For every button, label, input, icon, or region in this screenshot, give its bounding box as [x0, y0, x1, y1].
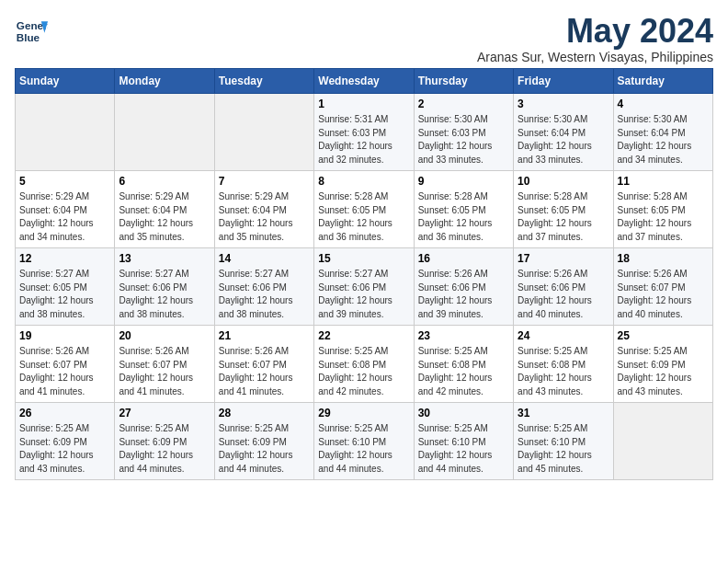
calendar-cell: 7Sunrise: 5:29 AMSunset: 6:04 PMDaylight…: [214, 171, 313, 248]
weekday-header-tuesday: Tuesday: [214, 69, 313, 94]
day-info: Sunrise: 5:28 AMSunset: 6:05 PMDaylight:…: [318, 190, 409, 244]
day-number: 19: [19, 329, 110, 342]
day-info: Sunrise: 5:25 AMSunset: 6:08 PMDaylight:…: [418, 345, 509, 398]
week-row-5: 26Sunrise: 5:25 AMSunset: 6:09 PMDayligh…: [16, 403, 713, 480]
day-info: Sunrise: 5:27 AMSunset: 6:06 PMDaylight:…: [318, 268, 409, 321]
calendar-header: SundayMondayTuesdayWednesdayThursdayFrid…: [16, 69, 713, 94]
day-info: Sunrise: 5:26 AMSunset: 6:06 PMDaylight:…: [418, 268, 509, 321]
day-number: 27: [119, 407, 210, 419]
day-info: Sunrise: 5:27 AMSunset: 6:05 PMDaylight:…: [19, 268, 110, 321]
location: Aranas Sur, Western Visayas, Philippines: [477, 50, 713, 64]
day-info: Sunrise: 5:25 AMSunset: 6:09 PMDaylight:…: [19, 422, 110, 476]
weekday-header-thursday: Thursday: [414, 69, 513, 94]
weekday-header-friday: Friday: [514, 69, 613, 94]
day-info: Sunrise: 5:31 AMSunset: 6:03 PMDaylight:…: [318, 113, 409, 167]
day-number: 23: [418, 329, 509, 342]
calendar-body: 1Sunrise: 5:31 AMSunset: 6:03 PMDaylight…: [16, 94, 713, 480]
calendar-cell: 13Sunrise: 5:27 AMSunset: 6:06 PMDayligh…: [115, 248, 214, 326]
week-row-4: 19Sunrise: 5:26 AMSunset: 6:07 PMDayligh…: [16, 326, 713, 403]
calendar-cell: 3Sunrise: 5:30 AMSunset: 6:04 PMDaylight…: [514, 94, 613, 171]
calendar-cell: 20Sunrise: 5:26 AMSunset: 6:07 PMDayligh…: [115, 326, 214, 403]
calendar-cell: 23Sunrise: 5:25 AMSunset: 6:08 PMDayligh…: [414, 326, 513, 403]
weekday-row: SundayMondayTuesdayWednesdayThursdayFrid…: [16, 69, 713, 94]
day-number: 25: [618, 329, 709, 342]
calendar-cell: 25Sunrise: 5:25 AMSunset: 6:09 PMDayligh…: [613, 326, 712, 403]
calendar-cell: 5Sunrise: 5:29 AMSunset: 6:04 PMDaylight…: [16, 171, 115, 248]
day-number: 17: [518, 252, 609, 265]
day-number: 15: [318, 252, 409, 265]
weekday-header-saturday: Saturday: [613, 69, 712, 94]
day-number: 26: [19, 407, 110, 419]
day-info: Sunrise: 5:26 AMSunset: 6:06 PMDaylight:…: [518, 268, 609, 321]
day-info: Sunrise: 5:28 AMSunset: 6:05 PMDaylight:…: [518, 190, 609, 244]
day-number: 22: [318, 329, 409, 342]
day-info: Sunrise: 5:30 AMSunset: 6:03 PMDaylight:…: [418, 113, 509, 167]
calendar-table: SundayMondayTuesdayWednesdayThursdayFrid…: [15, 68, 713, 480]
day-info: Sunrise: 5:28 AMSunset: 6:05 PMDaylight:…: [418, 190, 509, 244]
calendar-cell: 26Sunrise: 5:25 AMSunset: 6:09 PMDayligh…: [16, 403, 115, 480]
day-info: Sunrise: 5:26 AMSunset: 6:07 PMDaylight:…: [19, 345, 110, 398]
day-number: 2: [418, 98, 509, 110]
day-number: 1: [318, 98, 409, 110]
calendar-cell: 12Sunrise: 5:27 AMSunset: 6:05 PMDayligh…: [16, 248, 115, 326]
calendar-cell: 21Sunrise: 5:26 AMSunset: 6:07 PMDayligh…: [214, 326, 313, 403]
day-number: 5: [19, 175, 110, 188]
calendar-cell: 11Sunrise: 5:28 AMSunset: 6:05 PMDayligh…: [613, 171, 712, 248]
title-block: May 2024 Aranas Sur, Western Visayas, Ph…: [477, 15, 713, 64]
day-number: 11: [618, 175, 709, 188]
svg-text:Blue: Blue: [17, 31, 40, 43]
day-number: 6: [119, 175, 210, 188]
day-info: Sunrise: 5:25 AMSunset: 6:09 PMDaylight:…: [119, 422, 210, 476]
day-number: 13: [119, 252, 210, 265]
calendar-cell: 22Sunrise: 5:25 AMSunset: 6:08 PMDayligh…: [314, 326, 414, 403]
day-number: 14: [219, 252, 310, 265]
calendar-cell: 28Sunrise: 5:25 AMSunset: 6:09 PMDayligh…: [214, 403, 313, 480]
day-number: 24: [518, 329, 609, 342]
day-info: Sunrise: 5:26 AMSunset: 6:07 PMDaylight:…: [119, 345, 210, 398]
calendar-cell: 2Sunrise: 5:30 AMSunset: 6:03 PMDaylight…: [414, 94, 513, 171]
logo-icon: General Blue: [15, 15, 48, 48]
calendar-cell: 31Sunrise: 5:25 AMSunset: 6:10 PMDayligh…: [514, 403, 613, 480]
day-number: 16: [418, 252, 509, 265]
day-number: 30: [418, 407, 509, 419]
day-info: Sunrise: 5:26 AMSunset: 6:07 PMDaylight:…: [618, 268, 709, 321]
calendar-cell: 16Sunrise: 5:26 AMSunset: 6:06 PMDayligh…: [414, 248, 513, 326]
day-info: Sunrise: 5:29 AMSunset: 6:04 PMDaylight:…: [219, 190, 310, 244]
day-number: 9: [418, 175, 509, 188]
calendar-cell: [214, 94, 313, 171]
day-number: 10: [518, 175, 609, 188]
day-number: 21: [219, 329, 310, 342]
calendar-cell: 27Sunrise: 5:25 AMSunset: 6:09 PMDayligh…: [115, 403, 214, 480]
calendar-cell: 29Sunrise: 5:25 AMSunset: 6:10 PMDayligh…: [314, 403, 414, 480]
day-info: Sunrise: 5:29 AMSunset: 6:04 PMDaylight:…: [19, 190, 110, 244]
calendar-cell: 1Sunrise: 5:31 AMSunset: 6:03 PMDaylight…: [314, 94, 414, 171]
day-number: 8: [318, 175, 409, 188]
calendar-cell: 10Sunrise: 5:28 AMSunset: 6:05 PMDayligh…: [514, 171, 613, 248]
calendar-cell: 17Sunrise: 5:26 AMSunset: 6:06 PMDayligh…: [514, 248, 613, 326]
weekday-header-wednesday: Wednesday: [314, 69, 414, 94]
day-info: Sunrise: 5:25 AMSunset: 6:10 PMDaylight:…: [418, 422, 509, 476]
day-number: 7: [219, 175, 310, 188]
day-number: 3: [518, 98, 609, 110]
calendar-cell: 30Sunrise: 5:25 AMSunset: 6:10 PMDayligh…: [414, 403, 513, 480]
weekday-header-monday: Monday: [115, 69, 214, 94]
day-info: Sunrise: 5:26 AMSunset: 6:07 PMDaylight:…: [219, 345, 310, 398]
day-info: Sunrise: 5:25 AMSunset: 6:08 PMDaylight:…: [318, 345, 409, 398]
calendar-cell: [16, 94, 115, 171]
calendar-cell: [115, 94, 214, 171]
calendar-cell: 14Sunrise: 5:27 AMSunset: 6:06 PMDayligh…: [214, 248, 313, 326]
week-row-1: 1Sunrise: 5:31 AMSunset: 6:03 PMDaylight…: [16, 94, 713, 171]
calendar-cell: 18Sunrise: 5:26 AMSunset: 6:07 PMDayligh…: [613, 248, 712, 326]
day-number: 20: [119, 329, 210, 342]
day-info: Sunrise: 5:30 AMSunset: 6:04 PMDaylight:…: [518, 113, 609, 167]
day-info: Sunrise: 5:25 AMSunset: 6:09 PMDaylight:…: [618, 345, 709, 398]
day-info: Sunrise: 5:27 AMSunset: 6:06 PMDaylight:…: [219, 268, 310, 321]
calendar-cell: 24Sunrise: 5:25 AMSunset: 6:08 PMDayligh…: [514, 326, 613, 403]
day-number: 29: [318, 407, 409, 419]
week-row-3: 12Sunrise: 5:27 AMSunset: 6:05 PMDayligh…: [16, 248, 713, 326]
calendar-cell: 8Sunrise: 5:28 AMSunset: 6:05 PMDaylight…: [314, 171, 414, 248]
month-title: May 2024: [477, 15, 713, 48]
day-number: 18: [618, 252, 709, 265]
day-number: 28: [219, 407, 310, 419]
day-info: Sunrise: 5:28 AMSunset: 6:05 PMDaylight:…: [618, 190, 709, 244]
